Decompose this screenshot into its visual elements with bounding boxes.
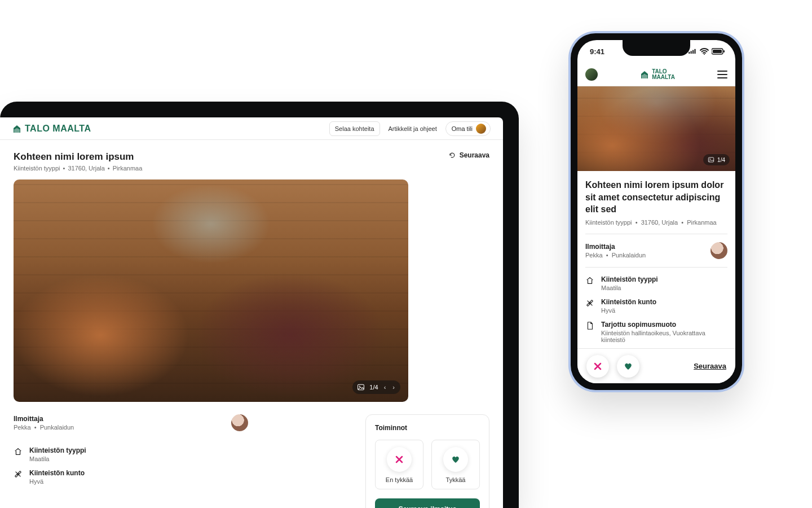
listing-hero-image[interactable]: 1/4 ‹ › (14, 179, 408, 402)
spec-value: Hyvä (601, 307, 656, 314)
chevron-right-icon[interactable]: › (391, 384, 396, 391)
advertiser-meta: Pekka • Punkalaidun (14, 424, 74, 431)
home-icon (14, 447, 23, 456)
brand-logo[interactable]: TALO MAALTA (12, 124, 91, 134)
nav-articles[interactable]: Artikkelit ja ohjeet (383, 122, 442, 135)
menu-icon[interactable] (717, 71, 727, 78)
spec-row: Kiinteistön tyyppiMaatila (585, 275, 727, 291)
mobile-listing-title: Kohteen nimi lorem ipsum dolor sit amet … (585, 179, 727, 216)
phone-frame: 9:41 TALOMAALTA (568, 31, 744, 392)
x-icon (593, 361, 603, 371)
advertiser-avatar[interactable] (231, 414, 248, 431)
spec-key: Kiinteistön kunto (601, 298, 656, 306)
refresh-icon (448, 151, 456, 159)
advertiser-block: Ilmoittaja Pekka • Punkalaidun (14, 414, 248, 436)
spec-row: Kiinteistön kuntoHyvä (585, 298, 727, 314)
laptop-frame: TALO MAALTA Selaa kohteita Artikkelit ja… (0, 102, 519, 508)
tools-icon (585, 299, 594, 308)
mobile-photo-counter: 1/4 (703, 154, 730, 165)
heart-icon (623, 361, 633, 371)
actions-title: Toiminnot (375, 424, 480, 432)
mobile-brand-logo[interactable]: TALOMAALTA (640, 69, 675, 80)
spec-key: Kiinteistön kunto (29, 469, 85, 477)
spec-key: Kiinteistön tyyppi (29, 446, 86, 454)
spec-row: Kiinteistön tyyppiMaatila (14, 446, 248, 462)
doc-icon (585, 321, 594, 330)
mobile-header: TALOMAALTA (577, 63, 735, 86)
photo-counter-pill: 1/4 ‹ › (352, 380, 400, 394)
spec-value: Maatila (601, 284, 658, 291)
spec-row: Kiinteistön kuntoHyvä (14, 469, 248, 485)
mobile-next-link[interactable]: Seuraava (694, 362, 726, 370)
dislike-button[interactable]: En tykkää (375, 440, 423, 489)
next-listing-button[interactable]: Seuraava ilmoitus (375, 498, 480, 508)
x-icon (394, 454, 404, 465)
chevron-left-icon[interactable]: ‹ (383, 384, 387, 391)
spec-row: Tarjottu sopimusmuotoKiinteistön hallint… (585, 321, 727, 343)
spec-key: Kiinteistön tyyppi (601, 275, 658, 283)
spec-key: Tarjottu sopimusmuoto (601, 321, 727, 329)
desktop-viewport: TALO MAALTA Selaa kohteita Artikkelit ja… (0, 117, 503, 508)
actions-card: Toiminnot En tykkää Tykkää Seuraava (365, 414, 489, 508)
phone-notch (623, 40, 690, 56)
listing-title: Kohteen nimi lorem ipsum (14, 151, 142, 163)
like-button[interactable]: Tykkää (431, 440, 480, 489)
spec-value: Kiinteistön hallintaoikeus, Vuokrattava … (601, 330, 727, 343)
advertiser-label: Ilmoittaja (14, 415, 74, 423)
mobile-like-button[interactable] (617, 355, 639, 378)
next-link[interactable]: Seuraava (448, 151, 489, 159)
nav-account-label: Oma tili (452, 125, 473, 132)
spec-value: Hyvä (29, 478, 85, 485)
listing-meta: Kiinteistön tyyppi•31760, Urjala•Pirkanm… (14, 165, 142, 172)
photo-icon (14, 179, 408, 402)
nav-account[interactable]: Oma tili (445, 121, 491, 136)
mobile-avatar[interactable] (585, 68, 598, 81)
mobile-advertiser-block: Ilmoittaja Pekka • Punkalaidun (585, 234, 727, 268)
spec-value: Maatila (29, 456, 86, 462)
image-icon (357, 383, 365, 391)
mobile-dislike-button[interactable] (586, 355, 609, 378)
desktop-nav: Selaa kohteita Artikkelit ja ohjeet Oma … (329, 121, 491, 136)
desktop-header: TALO MAALTA Selaa kohteita Artikkelit ja… (0, 117, 503, 140)
avatar-icon (476, 124, 486, 134)
home-icon (585, 276, 594, 285)
desktop-spec-list: Kiinteistön tyyppiMaatilaKiinteistön kun… (14, 446, 248, 485)
mobile-spec-list: Kiinteistön tyyppiMaatilaKiinteistön kun… (585, 268, 727, 348)
mobile-hero-image[interactable]: 1/4 (577, 86, 735, 171)
heart-icon (451, 454, 461, 465)
status-time: 9:41 (590, 47, 604, 56)
brand-text: TALO MAALTA (25, 124, 91, 134)
wifi-icon (700, 47, 709, 55)
image-icon (708, 156, 714, 163)
battery-icon (712, 47, 725, 55)
mobile-advertiser-avatar[interactable] (710, 242, 727, 259)
house-icon (12, 124, 21, 133)
house-icon (640, 70, 649, 79)
tools-icon (14, 470, 23, 479)
mobile-listing-meta: Kiinteistön tyyppi • 31760, Urjala • Pir… (585, 219, 727, 234)
photo-counter: 1/4 (369, 384, 378, 391)
nav-browse[interactable]: Selaa kohteita (329, 121, 380, 136)
mobile-footer: Seuraava (577, 348, 735, 383)
